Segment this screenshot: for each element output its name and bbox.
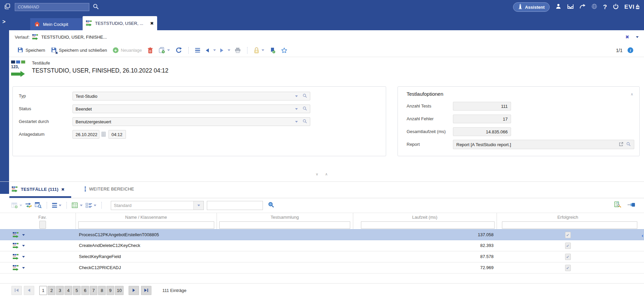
collapse-panel-icon[interactable]: ∧ bbox=[631, 92, 633, 96]
splitter-collapse-up-icon[interactable]: ∧ bbox=[325, 172, 328, 176]
erfolgreich-filter-input[interactable] bbox=[502, 221, 637, 229]
status-dropdown-icon[interactable] bbox=[295, 108, 298, 110]
collapse-side-panel-icon[interactable]: ‹ bbox=[642, 232, 643, 238]
previous-dropdown-icon[interactable] bbox=[213, 49, 216, 51]
next-dropdown-icon[interactable] bbox=[228, 49, 230, 51]
typ-lookup-icon[interactable] bbox=[303, 93, 307, 99]
page-button-1[interactable]: 1 bbox=[39, 286, 47, 295]
report-lookup-icon[interactable] bbox=[626, 142, 631, 147]
command-input[interactable] bbox=[15, 3, 89, 11]
copy-record-button[interactable] bbox=[157, 46, 171, 54]
table-row[interactable]: 123 SelectKeyRangeField 87.578 ✔ bbox=[0, 251, 644, 262]
page-button-5[interactable]: 5 bbox=[73, 286, 81, 295]
gestartet-durch-dropdown-icon[interactable] bbox=[295, 121, 298, 123]
grid-view-button[interactable] bbox=[72, 203, 83, 208]
page-button-2[interactable]: 2 bbox=[48, 286, 55, 295]
typ-select[interactable]: Test-Studio bbox=[73, 92, 310, 100]
laufzeit-filter-input[interactable] bbox=[361, 221, 495, 229]
view-select[interactable]: Standard bbox=[111, 201, 204, 210]
success-checkbox[interactable]: ✔ bbox=[565, 232, 571, 238]
table-search-submit-icon[interactable] bbox=[268, 202, 274, 209]
name-filter-input[interactable] bbox=[78, 221, 214, 229]
new-record-button[interactable]: + Neuanlage bbox=[111, 46, 143, 54]
fav-filter-checkbox[interactable] bbox=[39, 221, 46, 229]
report-field[interactable]: Report [A TestStudio report.] bbox=[453, 140, 634, 149]
typ-dropdown-icon[interactable] bbox=[295, 95, 298, 97]
refresh-button[interactable] bbox=[174, 46, 183, 54]
table-menu-dropdown-icon[interactable] bbox=[59, 205, 61, 206]
tab-close-icon[interactable]: ✖ bbox=[150, 21, 154, 26]
table-row[interactable]: 123 ProcessC12PKAngebotErstellenT008805 … bbox=[0, 229, 644, 240]
tab-weitere-bereiche[interactable]: WEITERE BEREICHE bbox=[85, 186, 134, 192]
info-icon[interactable]: i bbox=[628, 47, 633, 53]
table-search-input[interactable] bbox=[207, 201, 263, 210]
bookmark-add-button[interactable] bbox=[269, 46, 277, 54]
column-header-testsammlung[interactable]: Testsammlung bbox=[217, 215, 353, 220]
anlagedatum-date-input[interactable]: 26.10.2022 bbox=[73, 130, 99, 139]
window-stack-icon[interactable] bbox=[4, 3, 11, 11]
page-button-6[interactable]: 6 bbox=[81, 286, 89, 295]
history-close-icon[interactable]: ✖ bbox=[625, 34, 629, 40]
view-select-button[interactable] bbox=[193, 201, 203, 210]
lock-button[interactable] bbox=[252, 46, 266, 54]
save-and-close-button[interactable]: ✖ Speichern und schließen bbox=[50, 46, 108, 55]
tab-testfaelle[interactable]: 123 TESTFÄLLE (111) ✖ bbox=[12, 186, 65, 192]
page-button-3[interactable]: 3 bbox=[56, 286, 64, 295]
column-header-erfolgreich[interactable]: Erfolgreich bbox=[497, 215, 639, 220]
grid-view-dropdown-icon[interactable] bbox=[80, 205, 83, 206]
expand-sidebar-chevron-icon[interactable]: > bbox=[2, 19, 5, 25]
add-row-button[interactable] bbox=[11, 203, 22, 208]
pin-panel-button[interactable] bbox=[628, 202, 635, 208]
column-settings-button[interactable] bbox=[614, 202, 622, 209]
last-page-button[interactable] bbox=[141, 286, 151, 295]
row-dropdown-icon[interactable] bbox=[22, 267, 25, 269]
list-view-dropdown-icon[interactable] bbox=[94, 205, 96, 206]
gestartet-durch-select[interactable]: Benutzergesteuert bbox=[73, 117, 310, 126]
status-lookup-icon[interactable] bbox=[303, 106, 307, 112]
list-view-button[interactable] bbox=[86, 203, 96, 208]
page-button-10[interactable]: 10 bbox=[115, 286, 124, 295]
page-button-4[interactable]: 4 bbox=[64, 286, 72, 295]
history-entry[interactable]: 123 TESTSTUDIO, USER, FINISHE... bbox=[32, 34, 107, 40]
calendar-icon[interactable] bbox=[101, 131, 106, 138]
table-row[interactable]: 123 CheckC12PRICEADJ 72.969 ✔ bbox=[0, 262, 644, 273]
table-row[interactable]: 123 CreateAndDeleteC12KeyCheck 82.393 ✔ bbox=[0, 240, 644, 251]
history-dropdown-icon[interactable] bbox=[636, 36, 639, 38]
favorite-star-button[interactable] bbox=[280, 46, 289, 54]
success-checkbox[interactable]: ✔ bbox=[565, 243, 571, 249]
nav-previous-button[interactable] bbox=[204, 47, 210, 53]
globe-icon[interactable] bbox=[591, 3, 597, 11]
table-menu-button[interactable] bbox=[52, 203, 61, 208]
testfaelle-close-icon[interactable]: ✖ bbox=[61, 187, 64, 192]
column-header-name[interactable]: Name / Klassenname bbox=[76, 215, 217, 220]
page-button-7[interactable]: 7 bbox=[90, 286, 97, 295]
power-icon[interactable] bbox=[613, 3, 619, 11]
status-select[interactable]: Beendet bbox=[73, 104, 310, 113]
help-icon[interactable]: ? bbox=[603, 3, 607, 11]
save-button[interactable]: Speichern bbox=[16, 46, 47, 55]
first-page-button[interactable] bbox=[11, 286, 22, 295]
table-search-button[interactable] bbox=[35, 202, 42, 208]
add-row-dropdown-icon[interactable] bbox=[19, 205, 22, 206]
gestartet-durch-lookup-icon[interactable] bbox=[303, 119, 307, 125]
anlagedatum-time-input[interactable]: 04:12 bbox=[108, 130, 126, 139]
tab-teststudio-active[interactable]: 123 TESTSTUDIO, USER, ... ✖ bbox=[83, 16, 157, 30]
delete-button[interactable] bbox=[146, 46, 154, 54]
transfer-edit-button[interactable] bbox=[25, 202, 32, 208]
column-header-fav[interactable]: Fav. bbox=[9, 215, 76, 220]
lock-dropdown-icon[interactable] bbox=[262, 49, 264, 51]
copy-dropdown-icon[interactable] bbox=[167, 49, 170, 51]
row-dropdown-icon[interactable] bbox=[22, 245, 25, 247]
inbox-tray-icon[interactable] bbox=[567, 4, 574, 10]
command-search-icon[interactable] bbox=[93, 3, 99, 11]
page-button-9[interactable]: 9 bbox=[106, 286, 114, 295]
row-dropdown-icon[interactable] bbox=[22, 256, 25, 258]
assistant-button[interactable]: Assistent bbox=[513, 2, 550, 12]
page-button-8[interactable]: 8 bbox=[98, 286, 106, 295]
print-button[interactable] bbox=[233, 46, 242, 54]
row-dropdown-icon[interactable] bbox=[22, 234, 25, 236]
success-checkbox[interactable]: ✔ bbox=[565, 254, 571, 260]
nav-next-button[interactable] bbox=[219, 47, 225, 53]
column-header-laufzeit[interactable]: Laufzeit (ms) bbox=[353, 215, 497, 220]
tab-mein-cockpit[interactable]: Mein Cockpit bbox=[30, 18, 82, 30]
